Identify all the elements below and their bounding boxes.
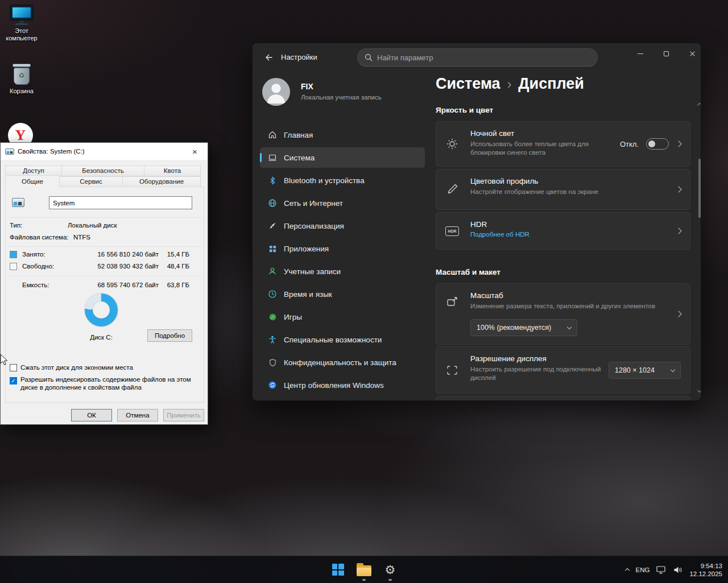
apply-button[interactable]: Применить (163, 409, 204, 421)
dialog-titlebar[interactable]: Свойства: System (C:) × (1, 143, 208, 160)
chevron-down-icon (671, 367, 675, 371)
chevron-right-icon (675, 311, 681, 317)
display-resolution-card[interactable]: Разрешение дисплея Настроить разрешение … (436, 346, 690, 394)
scale-subtitle: Изменение размера текста, приложений и д… (470, 302, 675, 311)
sidebar-item-label: Игры (284, 313, 302, 321)
accessibility-icon (267, 334, 278, 345)
resolution-dropdown[interactable]: 1280 × 1024 (609, 362, 681, 379)
ok-button[interactable]: ОК (71, 409, 112, 421)
file-explorer-button[interactable] (353, 559, 375, 581)
settings-app-button[interactable]: ⚙ (379, 559, 402, 581)
maximize-icon (664, 51, 669, 56)
color-profile-card[interactable]: Цветовой профиль Настройте отображение ц… (436, 169, 690, 210)
tab-quota[interactable]: Квота (144, 166, 201, 176)
scale-dropdown-value: 100% (рекомендуется) (477, 324, 551, 332)
tray-chevron-up-icon[interactable] (624, 568, 629, 573)
clock-icon (267, 288, 278, 300)
desktop-icon-this-pc[interactable]: Этот компьютер (1, 5, 42, 42)
cancel-button[interactable]: Отмена (117, 409, 158, 421)
capacity-label: Емкость: (22, 282, 49, 288)
free-legend-swatch (10, 263, 17, 270)
free-label: Свободно: (22, 263, 54, 270)
sidebar-item-windows-update[interactable]: Центр обновления Windows (260, 375, 425, 395)
sidebar-item-label: Bluetooth и устройства (284, 176, 365, 185)
close-button[interactable] (680, 44, 701, 63)
section-brightness-color: Яркость и цвет (436, 106, 493, 114)
sidebar-item-label: Центр обновления Windows (284, 381, 384, 390)
disk-usage-donut (85, 293, 118, 326)
night-light-toggle[interactable] (646, 138, 669, 150)
minimize-button[interactable] (627, 44, 653, 63)
breadcrumb: Система › Дисплей (436, 75, 584, 93)
desktop-icon-recycle-bin[interactable]: Корзина (1, 64, 42, 95)
scrollbar-up-button[interactable] (696, 102, 701, 107)
system-icon (267, 152, 278, 163)
clock[interactable]: 9:54:13 12.12.2025 (689, 562, 722, 578)
compress-checkbox-label[interactable]: Сжать этот диск для экономии места (20, 363, 191, 371)
breadcrumb-separator-icon: › (507, 76, 512, 92)
tab-general[interactable]: Общие (5, 175, 60, 188)
bluetooth-icon (267, 175, 278, 186)
night-light-title: Ночной свет (470, 129, 690, 138)
start-button[interactable] (326, 559, 349, 581)
index-checkbox[interactable]: ✓ (10, 377, 17, 384)
color-profile-icon (445, 183, 459, 196)
hdr-learn-more-link[interactable]: Подробнее об HDR (470, 231, 690, 238)
network-globe-icon (267, 197, 278, 209)
breadcrumb-parent[interactable]: Система (436, 75, 500, 93)
index-checkbox-label[interactable]: Разрешить индексировать содержимое файло… (20, 375, 192, 391)
used-legend-swatch (10, 251, 17, 258)
night-light-state: Откл. (620, 140, 639, 148)
sidebar-item-gaming[interactable]: Игры (260, 307, 425, 327)
chevron-down-icon (567, 324, 572, 329)
compress-checkbox[interactable] (10, 364, 17, 371)
settings-window: Настройки FIX Локальная учетная запись Г… (252, 43, 701, 401)
partial-card[interactable] (436, 396, 690, 401)
details-button[interactable]: Подробно (147, 329, 192, 342)
scale-dropdown[interactable]: 100% (рекомендуется) (470, 319, 577, 336)
taskbar: ⚙ ENG 9:54:13 12.12.2025 (0, 556, 728, 583)
avatar[interactable] (262, 78, 290, 106)
maximize-button[interactable] (653, 44, 679, 63)
windows-update-icon (267, 379, 278, 391)
search-icon (365, 53, 373, 61)
color-profile-title: Цветовой профиль (470, 177, 690, 185)
settings-window-title: Настройки (281, 53, 317, 61)
hdr-card[interactable]: HDR HDR Подробнее об HDR (436, 212, 690, 250)
tab-hardware[interactable]: Оборудование (122, 176, 201, 187)
settings-search-box[interactable] (357, 48, 598, 67)
scale-icon (445, 295, 459, 309)
volume-label-input[interactable] (49, 196, 192, 209)
scale-card[interactable]: Масштаб Изменение размера текста, прилож… (436, 283, 690, 345)
free-bytes: 52 038 930 432 байт (75, 263, 159, 270)
night-light-subtitle: Использовать более теплые цвета для блок… (470, 140, 613, 157)
drive-icon (5, 148, 14, 155)
scrollbar-down-button[interactable] (696, 390, 701, 392)
dialog-close-icon[interactable]: × (182, 143, 208, 160)
sidebar-item-personalization[interactable]: Персонализация (260, 216, 425, 236)
sidebar-item-time-language[interactable]: Время и язык (260, 284, 425, 304)
sidebar-item-network-internet[interactable]: Сеть и Интернет (260, 193, 425, 213)
tab-security[interactable]: Безопасность (61, 166, 144, 176)
language-indicator[interactable]: ENG (636, 567, 650, 573)
filesystem-label: Файловая система: (10, 234, 69, 241)
scrollbar-thumb[interactable] (698, 159, 701, 218)
desktop-icon-label: Этот компьютер (1, 27, 42, 42)
capacity-bytes: 68 595 740 672 байт (75, 282, 159, 288)
sidebar-item-home[interactable]: Главная (260, 125, 425, 145)
sidebar-item-label: Система (284, 154, 315, 162)
sidebar-item-accessibility[interactable]: Специальные возможности (260, 329, 425, 350)
night-light-card[interactable]: Ночной свет Использовать более теплые цв… (436, 121, 690, 167)
tab-tools[interactable]: Сервис (59, 176, 123, 187)
network-icon[interactable] (656, 566, 667, 574)
sidebar-item-system[interactable]: Система (260, 147, 425, 168)
sidebar-item-bluetooth-devices[interactable]: Bluetooth и устройства (260, 170, 425, 191)
sidebar-item-accounts[interactable]: Учетные записи (260, 261, 425, 282)
close-icon (689, 51, 696, 57)
volume-icon[interactable] (673, 566, 682, 574)
search-input[interactable] (377, 53, 590, 62)
drive-icon (12, 198, 24, 207)
back-button[interactable] (259, 49, 278, 65)
sidebar-item-apps[interactable]: Приложения (260, 238, 425, 259)
sidebar-item-privacy-security[interactable]: Конфиденциальность и защита (260, 352, 425, 373)
